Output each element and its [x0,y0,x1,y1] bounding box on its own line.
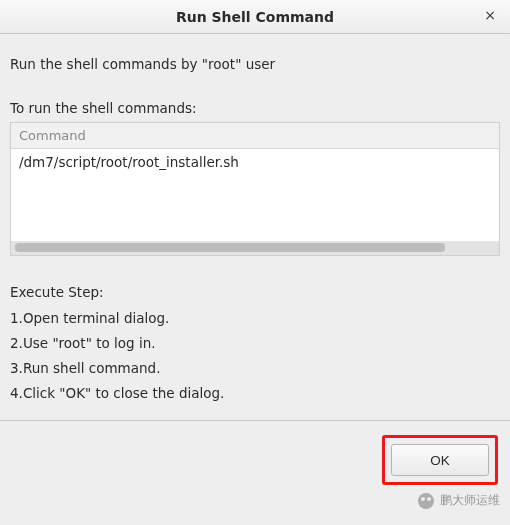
wechat-icon [418,493,434,509]
close-icon[interactable]: × [480,6,500,26]
ok-button[interactable]: OK [391,444,489,476]
watermark-text: 鹏大师运维 [440,492,500,509]
horizontal-scrollbar[interactable] [11,241,499,255]
step-item: 1.Open terminal dialog. [10,306,500,331]
table-body: /dm7/script/root/root_installer.sh [11,149,499,241]
execute-step-label: Execute Step: [10,284,500,300]
watermark: 鹏大师运维 [418,492,500,509]
command-table: Command /dm7/script/root/root_installer.… [10,122,500,256]
titlebar: Run Shell Command × [0,0,510,34]
description-text: Run the shell commands by "root" user [10,56,500,72]
ok-highlight-box: OK [382,435,498,485]
dialog-content: Run the shell commands by "root" user To… [0,34,510,406]
table-row[interactable]: /dm7/script/root/root_installer.sh [11,149,499,175]
step-item: 3.Run shell command. [10,356,500,381]
step-item: 4.Click "OK" to close the dialog. [10,381,500,406]
scrollbar-thumb[interactable] [15,243,445,252]
step-item: 2.Use "root" to log in. [10,331,500,356]
dialog-title: Run Shell Command [176,9,334,25]
dialog-footer: OK [0,420,510,485]
run-commands-label: To run the shell commands: [10,100,500,116]
table-header-command: Command [11,123,499,149]
steps-list: 1.Open terminal dialog. 2.Use "root" to … [10,306,500,406]
